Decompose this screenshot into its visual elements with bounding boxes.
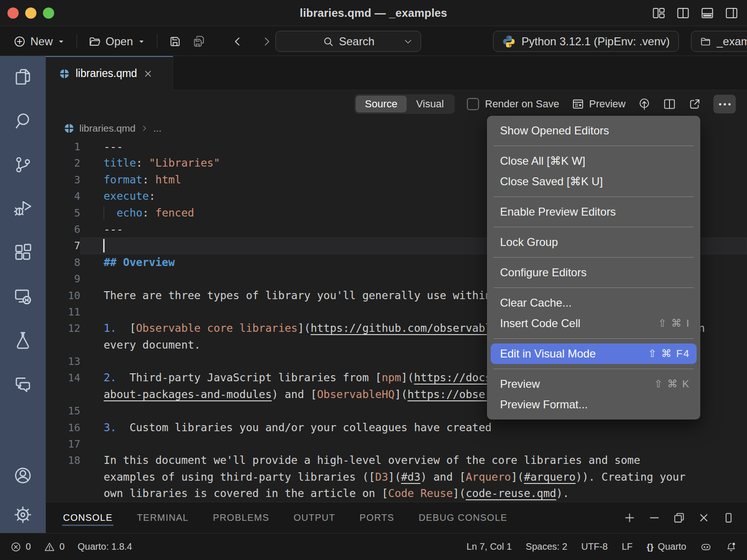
bell-icon xyxy=(726,541,737,553)
activity-extensions-icon[interactable] xyxy=(13,243,33,262)
visual-mode-button[interactable]: Visual xyxy=(407,96,453,112)
menu-item-show-opened-editors[interactable]: Show Opened Editors xyxy=(487,120,700,141)
line-number: 2 xyxy=(46,155,80,171)
preview-report-icon xyxy=(571,98,585,111)
activity-comments-icon[interactable] xyxy=(13,374,33,394)
navigate-forward-button[interactable] xyxy=(260,35,273,48)
menu-item-close-all-k-w[interactable]: Close All [⌘K W] xyxy=(487,151,700,171)
panel-tab-problems[interactable]: PROBLEMS xyxy=(212,506,270,530)
status-eol-sequence[interactable]: LF xyxy=(622,541,633,552)
open-in-new-window-button[interactable] xyxy=(688,98,701,111)
save-button[interactable] xyxy=(169,35,182,48)
maximize-panel-button[interactable] xyxy=(722,511,735,524)
menu-separator xyxy=(493,257,694,258)
split-editor-icon[interactable] xyxy=(676,6,690,20)
status-text: Ln 7, Col 1 xyxy=(466,541,512,552)
menu-item-configure-editors[interactable]: Configure Editors xyxy=(487,262,700,283)
code-line-16[interactable]: 163. Custom libraries you and/or your co… xyxy=(46,420,747,436)
top-action-bar: New Open Search Python xyxy=(0,26,747,56)
activity-search-icon[interactable] xyxy=(13,111,33,131)
code-line-17[interactable]: 17 xyxy=(46,436,747,452)
window-title: libraries.qmd — _examples xyxy=(0,7,747,20)
status-text: 0 xyxy=(26,541,31,552)
status-cursor-position[interactable]: Ln 7, Col 1 xyxy=(466,541,512,552)
status-text: Quarto: 1.8.4 xyxy=(78,541,132,552)
line-number: 15 xyxy=(46,403,80,419)
secondary-sidebar-icon[interactable] xyxy=(725,6,739,20)
python-icon xyxy=(502,35,516,49)
toggle-panel-icon[interactable] xyxy=(700,6,714,20)
divider xyxy=(157,35,157,49)
menu-item-label: Preview xyxy=(500,378,540,391)
more-actions-button[interactable] xyxy=(713,95,736,113)
breadcrumb-file[interactable]: libraries.qmd xyxy=(79,123,135,134)
menu-item-insert-code-cell[interactable]: Insert Code Cell⇧ ⌘ I xyxy=(487,313,700,334)
menu-item-close-saved-k-u[interactable]: Close Saved [⌘K U] xyxy=(487,171,700,192)
search-icon xyxy=(322,35,334,48)
activity-run-and-debug-icon[interactable] xyxy=(13,199,33,218)
status-problems-errors[interactable]: 0 xyxy=(10,541,31,553)
panel-tab-ports[interactable]: PORTS xyxy=(359,506,395,530)
render-on-save-checkbox[interactable] xyxy=(467,98,479,110)
menu-item-preview[interactable]: Preview⇧ ⌘ K xyxy=(487,374,700,394)
restore-panel-button[interactable] xyxy=(673,511,685,524)
split-editor-button[interactable] xyxy=(663,98,676,111)
panel-tab-terminal[interactable]: TERMINAL xyxy=(136,506,190,530)
line-number: 16 xyxy=(46,420,80,436)
open-button[interactable]: Open xyxy=(88,35,146,48)
status-text: Spaces: 2 xyxy=(526,541,567,552)
close-panel-button[interactable] xyxy=(698,511,710,524)
indent-guide xyxy=(104,206,104,220)
chevron-left-icon xyxy=(231,35,244,48)
preview-button[interactable]: Preview xyxy=(571,98,626,111)
status-quarto-version[interactable]: Quarto: 1.8.4 xyxy=(78,541,132,552)
editor-tab-bar: libraries.qmd xyxy=(46,56,747,90)
panel-tab-output[interactable]: OUTPUT xyxy=(293,506,336,530)
code-line-18[interactable]: 18In this document we'll provide a high-… xyxy=(46,452,747,469)
menu-item-label: Lock Group xyxy=(500,236,558,249)
code-line-wrap-20[interactable]: examples of using third-party libraries … xyxy=(46,469,747,485)
breadcrumb-more[interactable]: ... xyxy=(153,123,162,134)
code-line-wrap-21[interactable]: own libraries is covered in the article … xyxy=(46,485,747,502)
menu-item-clear-cache[interactable]: Clear Cache... xyxy=(487,293,700,313)
status-encoding[interactable]: UTF-8 xyxy=(581,541,608,552)
global-search-input[interactable]: Search xyxy=(275,31,421,52)
minimize-panel-button[interactable] xyxy=(648,511,661,524)
activity-remote-explorer-icon[interactable] xyxy=(13,287,33,306)
line-number: 18 xyxy=(46,452,80,469)
activity-testing-icon[interactable] xyxy=(13,330,33,350)
activity-source-control-icon[interactable] xyxy=(13,155,33,175)
menu-item-enable-preview-editors[interactable]: Enable Preview Editors xyxy=(487,202,700,222)
new-button[interactable]: New xyxy=(13,35,65,48)
layout-customize-icon[interactable] xyxy=(652,6,666,20)
save-all-button[interactable] xyxy=(193,35,206,48)
render-publish-button[interactable] xyxy=(638,98,651,111)
close-tab-icon[interactable] xyxy=(143,69,153,79)
status-notifications[interactable] xyxy=(726,541,737,553)
divider xyxy=(77,35,77,49)
menu-item-preview-format[interactable]: Preview Format... xyxy=(487,394,700,415)
navigate-back-button[interactable] xyxy=(231,35,244,48)
menu-item-edit-in-visual-mode[interactable]: Edit in Visual Mode⇧ ⌘ F4 xyxy=(491,343,697,364)
activity-settings-icon[interactable] xyxy=(13,505,33,525)
menu-item-label: Close Saved [⌘K U] xyxy=(500,175,603,188)
copilot-icon xyxy=(700,541,712,553)
status-indentation[interactable]: Spaces: 2 xyxy=(526,541,567,552)
line-number: 3 xyxy=(46,172,80,188)
source-mode-button[interactable]: Source xyxy=(356,96,407,112)
menu-item-lock-group[interactable]: Lock Group xyxy=(487,232,700,252)
status-language-mode[interactable]: {}Quarto xyxy=(647,541,686,552)
status-problems-warnings[interactable]: 0 xyxy=(44,541,64,553)
tab-libraries-qmd[interactable]: libraries.qmd xyxy=(46,56,173,90)
add-console-button[interactable] xyxy=(623,511,636,524)
line-number: 9 xyxy=(46,271,80,287)
line-number xyxy=(46,337,80,353)
activity-account-icon[interactable] xyxy=(13,466,33,485)
project-selector[interactable]: _examples xyxy=(691,31,747,52)
panel-tab-debug-console[interactable]: DEBUG CONSOLE xyxy=(418,506,508,530)
interpreter-selector[interactable]: Python 3.12.1 (PipEnv: .venv) xyxy=(493,31,679,52)
panel-tab-console[interactable]: CONSOLE xyxy=(62,506,113,530)
status-copilot[interactable] xyxy=(700,541,712,553)
application-window: libraries.qmd — _examples New Open xyxy=(0,0,747,560)
activity-explorer-icon[interactable] xyxy=(13,67,33,87)
